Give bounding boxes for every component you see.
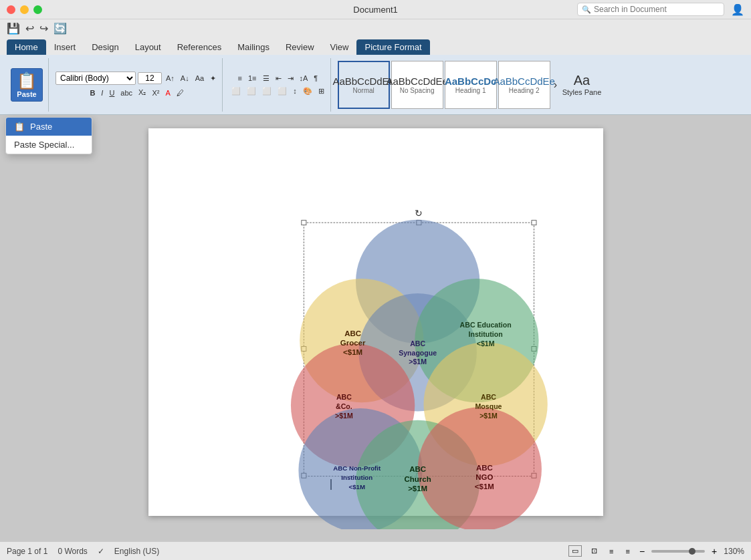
handle-tl[interactable] xyxy=(301,221,306,225)
styles-expand-btn[interactable]: › xyxy=(552,78,559,92)
align-left-btn[interactable]: ⬜ xyxy=(229,86,243,96)
shading-btn[interactable]: 🎨 xyxy=(301,86,314,96)
tab-review[interactable]: Review xyxy=(278,39,322,55)
tab-insert[interactable]: Insert xyxy=(46,39,84,55)
superscript-btn[interactable]: X² xyxy=(150,88,161,98)
label-church: ABC xyxy=(409,465,426,473)
subscript-btn[interactable]: X₂ xyxy=(136,88,148,98)
paste-item-icon: 📋 xyxy=(14,122,25,132)
window-controls xyxy=(7,5,42,14)
ribbon-tabs: Home Insert Design Layout References Mai… xyxy=(0,37,751,55)
increase-indent-btn[interactable]: ⇥ xyxy=(286,74,296,84)
bullets-btn[interactable]: ≡ xyxy=(236,74,244,83)
styles-pane-icon: Aa xyxy=(574,73,590,88)
minimize-button[interactable] xyxy=(20,5,29,14)
bold-btn[interactable]: B xyxy=(88,88,97,98)
paste-special-item[interactable]: Paste Special... xyxy=(6,136,92,154)
quick-access-toolbar: 💾 ↩ ↪ 🔄 xyxy=(0,19,751,37)
paragraph-group: ≡ 1≡ ☰ ⇤ ⇥ ↕A ¶ ⬜ ⬜ ⬜ ⬜ ↕ 🎨 ⊞ xyxy=(225,58,331,112)
style-normal-label: Normal xyxy=(353,87,374,94)
proofing-icon[interactable]: ✓ xyxy=(98,547,104,556)
maximize-button[interactable] xyxy=(33,5,42,14)
borders-btn[interactable]: ⊞ xyxy=(316,86,326,96)
layout-outline-btn[interactable]: ≡ xyxy=(607,547,616,556)
italic-btn[interactable]: I xyxy=(99,88,105,98)
tab-references[interactable]: References xyxy=(169,39,229,55)
zoom-slider[interactable] xyxy=(651,550,705,553)
clear-formatting-btn[interactable]: ✦ xyxy=(208,74,218,84)
label-mosque2: Mosque xyxy=(475,402,502,410)
styles-pane-button[interactable]: Aa Styles Pane xyxy=(562,58,602,112)
align-center-btn[interactable]: ⬜ xyxy=(245,86,258,96)
style-normal[interactable]: AaBbCcDdEe Normal xyxy=(338,61,390,109)
label-mosque: ABC xyxy=(481,393,496,401)
undo-button[interactable]: ↩ xyxy=(25,22,34,35)
sort-btn[interactable]: ↕A xyxy=(298,74,310,83)
refresh-button[interactable]: 🔄 xyxy=(53,22,67,35)
paste-item-label: Paste xyxy=(30,122,52,132)
style-heading2-label: Heading 2 xyxy=(509,87,540,94)
multilevel-list-btn[interactable]: ☰ xyxy=(261,74,272,84)
justify-btn[interactable]: ⬜ xyxy=(276,86,289,96)
tab-home[interactable]: Home xyxy=(7,39,46,55)
page-info: Page 1 of 1 xyxy=(7,547,47,556)
label-ngo2: NGO xyxy=(475,473,493,481)
tab-mailings[interactable]: Mailings xyxy=(229,39,278,55)
zoom-out-btn[interactable]: − xyxy=(639,546,645,557)
user-icon[interactable]: 👤 xyxy=(731,3,744,16)
save-button[interactable]: 💾 xyxy=(7,22,20,35)
style-no-spacing[interactable]: AaBbCcDdEe No Spacing xyxy=(391,61,443,109)
label-grocer3: <$1M xyxy=(343,348,362,356)
strikethrough-btn[interactable]: abc xyxy=(118,88,134,98)
line-spacing-btn[interactable]: ↕ xyxy=(291,86,299,96)
underline-btn[interactable]: U xyxy=(107,88,116,98)
tab-layout[interactable]: Layout xyxy=(127,39,169,55)
style-heading1[interactable]: AaBbCcDc Heading 1 xyxy=(445,61,497,109)
zoom-thumb[interactable] xyxy=(689,548,695,555)
paste-dropdown: 📋 Paste Paste Special... xyxy=(5,117,92,154)
highlight-btn[interactable]: 🖊 xyxy=(175,88,186,98)
style-heading2[interactable]: AaBbCcDdEe Heading 2 xyxy=(498,61,550,109)
word-count: 0 Words xyxy=(58,547,87,556)
font-family-select[interactable]: Calibri (Body) xyxy=(56,72,136,85)
redo-button[interactable]: ↪ xyxy=(39,22,48,35)
label-education2: Institution xyxy=(468,330,502,338)
label-church2: Church xyxy=(404,475,431,483)
tab-picture-format[interactable]: Picture Format xyxy=(356,39,429,55)
paste-dropdown-paste[interactable]: 📋 Paste xyxy=(6,118,92,136)
styles-group: AaBbCcDdEe Normal AaBbCcDdEe No Spacing … xyxy=(334,58,606,112)
label-ngo: ABC xyxy=(475,464,492,472)
align-right-btn[interactable]: ⬜ xyxy=(260,86,274,96)
decrease-indent-btn[interactable]: ⇤ xyxy=(274,74,284,84)
search-box[interactable]: 🔍 xyxy=(577,3,724,16)
handle-tr[interactable] xyxy=(531,221,536,225)
change-case-btn[interactable]: Aa xyxy=(193,74,206,83)
paste-button[interactable]: 📋 Paste xyxy=(11,68,43,102)
increase-font-btn[interactable]: A↑ xyxy=(164,74,177,83)
search-input[interactable] xyxy=(594,5,720,14)
tab-view[interactable]: View xyxy=(322,39,357,55)
title-bar: Document1 🔍 👤 xyxy=(0,0,751,19)
style-heading1-preview: AaBbCcDc xyxy=(445,76,497,87)
show-formatting-btn[interactable]: ¶ xyxy=(312,74,320,83)
style-normal-preview: AaBbCcDdEe xyxy=(332,76,395,87)
label-nonprofit3: <$1M xyxy=(348,483,365,491)
venn-diagram[interactable]: ↻ xyxy=(148,128,563,529)
zoom-level: 130% xyxy=(724,547,744,556)
label-grocer: ABC xyxy=(344,329,361,337)
layout-draft-btn[interactable]: ≡ xyxy=(623,547,633,556)
zoom-in-btn[interactable]: + xyxy=(712,546,717,557)
label-ngo3: <$1M xyxy=(474,482,494,491)
layout-web-btn[interactable]: ⊡ xyxy=(588,546,600,556)
label-grocer2: Grocer xyxy=(340,339,365,347)
font-size-input[interactable] xyxy=(138,72,162,84)
decrease-font-btn[interactable]: A↓ xyxy=(179,74,191,83)
para-row2: ⬜ ⬜ ⬜ ⬜ ↕ 🎨 ⊞ xyxy=(229,86,326,96)
clipboard-group: 📋 Paste 📋 Paste Paste Special... xyxy=(5,58,49,112)
font-color-btn[interactable]: A xyxy=(163,88,172,98)
layout-print-btn[interactable]: ▭ xyxy=(568,545,582,557)
numbering-btn[interactable]: 1≡ xyxy=(246,74,259,83)
tab-design[interactable]: Design xyxy=(84,39,126,55)
close-button[interactable] xyxy=(7,5,15,14)
paste-special-label: Paste Special... xyxy=(14,140,74,150)
